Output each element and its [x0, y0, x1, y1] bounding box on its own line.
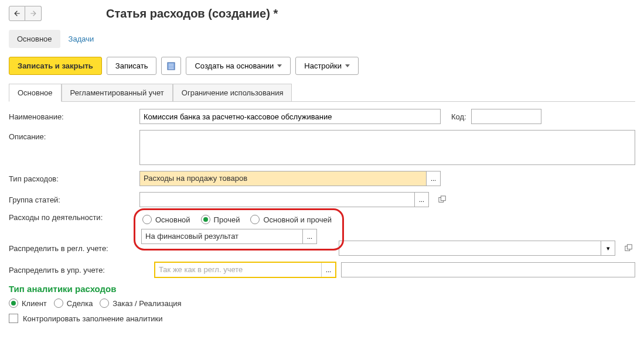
- tab-regl[interactable]: Регламентированный учет: [62, 84, 173, 101]
- radio-label: Сделка: [67, 299, 93, 308]
- chevron-down-icon: [277, 64, 282, 67]
- radio-activity-both[interactable]: Основной и прочей: [250, 215, 332, 224]
- group-input[interactable]: [139, 192, 415, 207]
- save-button[interactable]: Записать: [107, 57, 157, 75]
- distrib-upr-label: Распределить в упр. учете:: [9, 266, 149, 274]
- arrow-right-icon: [29, 9, 38, 18]
- distrib-upr-select-button[interactable]: ...: [321, 263, 335, 277]
- nav-forward-button[interactable]: [25, 6, 42, 21]
- activity-label: Расходы по деятельности:: [9, 213, 135, 222]
- expense-type-select-button[interactable]: ...: [427, 171, 441, 186]
- group-label: Группа статей:: [9, 195, 135, 204]
- desc-input[interactable]: [139, 130, 635, 165]
- nav-back-button[interactable]: [9, 6, 25, 21]
- radio-activity-main[interactable]: Основной: [142, 215, 190, 224]
- distrib-upr-input[interactable]: Так же как в регл. учете: [155, 263, 321, 277]
- open-icon: [438, 195, 447, 204]
- open-icon: [625, 244, 633, 252]
- radio-label: Клиент: [22, 299, 47, 308]
- page-title: Статья расходов (создание) *: [106, 7, 278, 20]
- tab-main[interactable]: Основное: [9, 84, 62, 102]
- radio-icon: [250, 215, 260, 224]
- arrow-left-icon: [13, 9, 21, 18]
- group-open-button[interactable]: [436, 193, 449, 206]
- radio-icon: [9, 298, 18, 308]
- radio-analytics-client[interactable]: Клиент: [9, 298, 47, 308]
- nav-tab-tasks[interactable]: Задачи: [60, 30, 103, 48]
- name-label: Наименование:: [9, 112, 135, 121]
- radio-label: Основной и прочей: [263, 215, 332, 224]
- list-icon: [167, 62, 175, 70]
- radio-analytics-deal[interactable]: Сделка: [54, 298, 93, 308]
- settings-button[interactable]: Настройки: [295, 57, 359, 75]
- group-select-button[interactable]: ...: [415, 192, 429, 207]
- radio-analytics-order[interactable]: Заказ / Реализация: [100, 298, 181, 308]
- create-based-label: Создать на основании: [195, 61, 274, 70]
- tab-restrict[interactable]: Ограничение использования: [173, 84, 292, 101]
- radio-label: Заказ / Реализация: [113, 299, 181, 308]
- radio-activity-other[interactable]: Прочей: [201, 215, 240, 224]
- radio-label: Прочей: [214, 215, 240, 224]
- control-checkbox[interactable]: [9, 314, 18, 323]
- svg-rect-8: [628, 245, 632, 249]
- distrib-regl-extra-input[interactable]: [339, 241, 602, 256]
- distrib-regl-extra-dropdown[interactable]: ▾: [601, 241, 615, 256]
- chevron-down-icon: [345, 64, 350, 67]
- distrib-regl-select-button[interactable]: ...: [303, 229, 317, 244]
- expense-type-input[interactable]: Расходы на продажу товаров: [139, 171, 427, 186]
- distrib-regl-label: Распределить в регл. учете:: [9, 244, 149, 253]
- radio-icon: [54, 298, 63, 308]
- name-input[interactable]: [139, 109, 441, 124]
- control-label: Контролировать заполнение аналитики: [23, 314, 163, 323]
- distrib-upr-extra-input[interactable]: [341, 262, 635, 277]
- save-close-button[interactable]: Записать и закрыть: [9, 57, 102, 75]
- create-based-button[interactable]: Создать на основании: [186, 57, 291, 75]
- code-input[interactable]: [471, 109, 541, 124]
- list-button[interactable]: [161, 57, 181, 75]
- expense-type-label: Тип расходов:: [9, 174, 135, 183]
- distrib-regl-open-button[interactable]: [622, 242, 635, 255]
- code-label: Код:: [451, 112, 466, 121]
- radio-icon: [201, 215, 210, 224]
- svg-rect-6: [441, 196, 445, 201]
- radio-icon: [100, 298, 109, 308]
- settings-label: Настройки: [304, 61, 342, 70]
- radio-icon: [142, 215, 152, 224]
- highlight-annotation: Основной Прочей Основной и прочей На фин…: [134, 208, 344, 251]
- desc-label: Описание:: [9, 130, 135, 141]
- nav-tab-main[interactable]: Основное: [9, 30, 60, 48]
- distrib-regl-input[interactable]: На финансовый результат: [141, 229, 303, 244]
- analytics-section-title: Тип аналитики расходов: [9, 284, 635, 294]
- radio-label: Основной: [155, 215, 190, 224]
